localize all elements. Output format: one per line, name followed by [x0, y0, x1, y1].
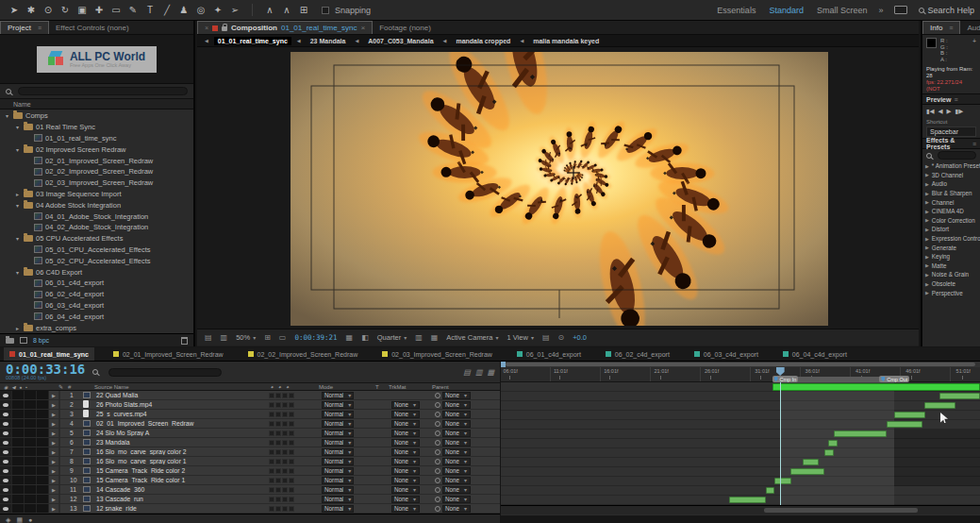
breadcrumb-item[interactable]: A007_C053_Mandala [364, 37, 437, 45]
expander-icon[interactable]: ▶ [49, 449, 58, 455]
project-tree-item[interactable]: 02_01_Improved_Screen_Redraw [0, 155, 193, 166]
pixel-aspect-icon[interactable]: ▤ [542, 333, 550, 342]
hand-tool-icon[interactable]: ✱ [23, 5, 40, 15]
layer-color-swatch[interactable] [58, 429, 60, 437]
snapshot-icon[interactable]: ▦ [346, 333, 354, 342]
expander-icon[interactable]: ▶ [49, 412, 58, 417]
effects-category[interactable]: ▶ Audio [922, 179, 980, 189]
layer-color-swatch[interactable] [58, 495, 60, 503]
bit-depth[interactable]: 8 bpc [33, 337, 49, 344]
zoom-tool-icon[interactable]: ⊙ [40, 5, 57, 15]
eye-icon[interactable] [3, 441, 8, 445]
comp-mini-flowchart-icon[interactable]: ▤ [463, 368, 471, 377]
eye-icon[interactable] [3, 422, 8, 426]
project-tree-item[interactable]: 04_01_Adobe_Stock_Integration [0, 211, 193, 222]
twirl-icon[interactable]: ▶ [925, 217, 929, 223]
layer-switches[interactable] [266, 449, 319, 455]
layer-name[interactable]: 12 snake_ride [94, 505, 266, 512]
new-comp-icon[interactable] [20, 337, 27, 344]
expander-icon[interactable]: ▶ [49, 393, 58, 398]
fast-previews-icon[interactable]: ⊙ [557, 333, 564, 342]
transport-button-icon[interactable]: ◀ [938, 108, 943, 115]
draft-3d-icon[interactable]: ▥ [475, 368, 483, 377]
project-search[interactable] [0, 84, 193, 99]
mode-dropdown[interactable]: Normal [322, 420, 354, 428]
timeline-tab[interactable]: 01_01_real_time_sync [4, 347, 94, 361]
current-timecode[interactable]: 0:00:33:16 [6, 363, 85, 375]
col-trkmat[interactable]: TrkMat [389, 384, 432, 390]
timeline-tab[interactable]: 02_03_Improved_Screen_Redraw [376, 347, 498, 361]
layer-name[interactable]: 02_01_Improved_Screen_Redraw [94, 420, 266, 427]
project-tree-item[interactable]: ▾ 02 Improved Screen Redraw [0, 143, 193, 155]
project-tree-item[interactable]: 05_02_CPU_Accelerated_Effects [0, 255, 193, 266]
layer-name[interactable]: 13 Cascade_run [94, 496, 266, 502]
layer-name[interactable]: 15 Camera_Track_Ride color 2 [94, 467, 266, 474]
layer-color-swatch[interactable] [58, 476, 60, 484]
layer-name[interactable]: 26 Photo Slats.mp4 [94, 401, 266, 408]
motion-blur-icon[interactable]: ● [28, 516, 32, 523]
pickwhip-icon[interactable] [435, 402, 440, 408]
mode-dropdown[interactable]: Normal [322, 430, 354, 437]
composition-canvas[interactable] [197, 47, 919, 329]
effects-category[interactable]: ▶ Noise & Grain [922, 270, 980, 279]
pickwhip-icon[interactable] [435, 487, 440, 493]
comp-out-badge[interactable]: Cmp Out [879, 376, 909, 382]
timeline-layer-row[interactable]: ▶ 4 02_01_Improved_Screen_Redraw Normal … [0, 419, 500, 429]
eye-icon[interactable] [3, 498, 8, 501]
timeline-layer-row[interactable]: ▶ 8 16 Slo_mo_carve_spray color 1 Normal… [0, 457, 500, 466]
shortcut-value-dropdown[interactable]: Spacebar [926, 127, 976, 137]
workspace-tab[interactable]: Standard [769, 6, 804, 15]
motion-sketch-icon[interactable]: ∧ [261, 5, 278, 15]
playhead-line[interactable] [780, 382, 781, 505]
twirl-icon[interactable]: ▶ [925, 254, 929, 260]
layer-switches[interactable] [266, 412, 319, 417]
trkmat-dropdown[interactable]: None [391, 505, 420, 513]
parent-dropdown[interactable]: None [442, 448, 471, 456]
layer-name[interactable]: 16 Slo_mo_carve_spray color 2 [94, 448, 266, 455]
parent-dropdown[interactable]: None [442, 401, 471, 409]
twirl-icon[interactable]: ▾ [14, 124, 21, 130]
pickwhip-icon[interactable] [435, 412, 440, 417]
workspace-tab[interactable]: Small Screen [817, 6, 868, 15]
twirl-icon[interactable]: ▶ [925, 181, 929, 187]
mode-dropdown[interactable]: Normal [322, 392, 354, 399]
camera-dropdown[interactable]: Active Camera [446, 333, 498, 342]
col-t[interactable]: T [375, 384, 389, 390]
twirl-icon[interactable]: ▶ [925, 163, 929, 169]
playhead-marker[interactable] [776, 367, 785, 376]
eye-icon[interactable] [3, 403, 8, 407]
trkmat-dropdown[interactable]: None [391, 486, 420, 494]
effects-search-input[interactable] [938, 151, 976, 160]
layer-name[interactable]: 25_s_curves.mp4 [94, 411, 266, 417]
camera-tool-icon[interactable]: ▣ [74, 5, 91, 15]
col-mode[interactable]: Mode [319, 384, 375, 390]
layer-switches[interactable] [266, 468, 319, 474]
project-tree-item[interactable]: ▸ 03 Image Sequence Import [0, 189, 193, 200]
layer-switches[interactable] [266, 393, 319, 398]
timeline-layer-row[interactable]: ▶ 2 26 Photo Slats.mp4 Normal None None [0, 400, 500, 410]
layer-duration-bar[interactable] [766, 487, 774, 494]
roi-icon[interactable]: ▥ [415, 333, 423, 342]
expand-layer-switches-icon[interactable]: ◈ [6, 516, 10, 523]
twirl-icon[interactable]: ▶ [925, 209, 929, 214]
trkmat-dropdown[interactable]: None [391, 448, 420, 456]
pickwhip-icon[interactable] [435, 430, 440, 436]
eye-icon[interactable] [3, 450, 8, 454]
twirl-icon[interactable]: ▾ [4, 112, 10, 119]
effects-category[interactable]: ▶ * Animation Presets [922, 161, 980, 171]
effects-category[interactable]: ▶ Perspective [922, 288, 980, 297]
layer-name[interactable]: 22 Quad Malia [94, 392, 266, 398]
parent-dropdown[interactable]: None [442, 439, 471, 447]
selection-tool-icon[interactable]: ➤ [6, 5, 23, 15]
eye-icon[interactable] [3, 394, 8, 397]
tab-composition[interactable]: × Composition 01_01_real_time_sync × [197, 21, 373, 34]
layer-duration-bar[interactable] [729, 497, 767, 503]
monitor-icon[interactable] [894, 6, 907, 14]
layer-duration-bar[interactable] [824, 449, 833, 456]
timeline-tab[interactable]: 02_01_Improved_Screen_Redraw [108, 347, 229, 361]
mode-dropdown[interactable]: Normal [322, 439, 354, 447]
project-tree-item[interactable]: 06_03_c4d_export [0, 300, 193, 312]
always-preview-icon[interactable]: ▤ [205, 333, 212, 342]
mode-dropdown[interactable]: Normal [322, 505, 354, 513]
timeline-layer-row[interactable]: ▶ 1 22 Quad Malia Normal None [0, 391, 500, 400]
